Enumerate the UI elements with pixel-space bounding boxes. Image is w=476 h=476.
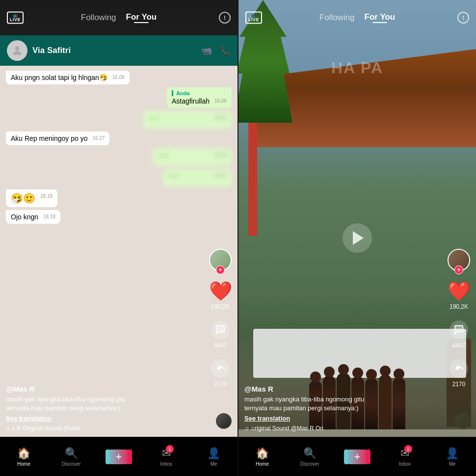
tab-discover-left[interactable]: 🔍 Discover <box>48 447 95 467</box>
chat-action-icons: 📹 📞 <box>201 45 231 56</box>
forward-arrow-icon-right <box>453 363 464 374</box>
share-icon-left <box>210 358 231 379</box>
inbox-badge-left: 1 <box>166 445 174 453</box>
video-info-left: @Mas R masih gak nyangka tiba-tiba ngomo… <box>6 385 208 432</box>
inbox-label-right: Inbox <box>399 461 411 467</box>
create-icon-left[interactable]: + <box>107 450 130 464</box>
right-phone-panel: HA PA 📺 LIVE Following For You ! <box>238 0 476 476</box>
comment-count-right: 4407 <box>452 342 466 349</box>
top-bar-right: 📺 LIVE Following For You ! <box>238 0 476 35</box>
msg-bubble-2: Anda Astagfirullah 16.06 <box>167 87 232 108</box>
msg-label-2: Anda <box>172 90 227 96</box>
msg-text-4: Aku Rep meningoy po yo <box>11 134 87 142</box>
info-icon-right[interactable]: ! <box>457 12 469 24</box>
share-count-right: 2170 <box>452 381 466 388</box>
action-buttons-right: + ❤️ 190,2K 4407 <box>448 249 470 388</box>
msg-time-1: 16.06 <box>112 75 125 80</box>
chat-body: Aku pngn solat tapi lg hlngan🤧 16.06 And… <box>0 66 238 437</box>
msg-time-8: 18.18 <box>43 214 55 219</box>
forward-arrow-icon <box>215 363 226 374</box>
for-you-tab-left[interactable]: For You <box>122 10 161 25</box>
msg-time-2: 16.06 <box>214 98 227 104</box>
comment-button-right[interactable]: 4407 <box>448 319 470 349</box>
for-you-tab-right[interactable]: For You <box>361 10 399 25</box>
speech-bubble-icon-right <box>453 324 464 335</box>
live-text-right: LIVE <box>248 18 259 22</box>
live-badge-left: 📺 LIVE <box>7 12 24 24</box>
live-badge-right: 📺 LIVE <box>245 12 262 24</box>
msg-bubble-8: Ojo kngn 18.18 <box>6 210 60 224</box>
play-button-overlay[interactable] <box>343 223 372 253</box>
tab-home-right[interactable]: 🏠 Home <box>238 447 286 467</box>
video-username-left: @Mas R <box>6 385 208 393</box>
phone-call-icon[interactable]: 📞 <box>220 45 231 56</box>
tab-create-left[interactable]: + <box>95 450 143 464</box>
svg-point-3 <box>222 329 223 330</box>
following-tab-left[interactable]: Following <box>77 11 120 25</box>
comment-button-left[interactable]: 4407 <box>210 319 231 349</box>
home-icon-left: 🏠 <box>17 447 30 460</box>
tab-bar-right: 🏠 Home 🔍 Discover + ✉ 1 Inbox 👤 Me <box>238 437 476 476</box>
inbox-label-left: Inbox <box>160 461 172 467</box>
tab-profile-left[interactable]: 👤 Me <box>190 447 238 467</box>
me-label-left: Me <box>211 461 217 467</box>
msg-bubble-5: 16.36 ✓✓ <box>153 148 232 166</box>
tab-inbox-left[interactable]: ✉ 1 Inbox <box>142 447 190 467</box>
svg-point-4 <box>456 329 457 330</box>
creator-avatar-wrap-left[interactable]: + <box>209 249 232 271</box>
discover-label-right: Discover <box>300 461 319 467</box>
tab-create-right[interactable]: + <box>334 450 381 464</box>
video-call-icon[interactable]: 📹 <box>201 45 212 56</box>
follow-plus-right[interactable]: + <box>454 265 463 274</box>
tab-inbox-right[interactable]: ✉ 1 Inbox <box>381 447 428 467</box>
info-icon-left[interactable]: ! <box>219 12 231 24</box>
search-icon-right: 🔍 <box>303 447 317 460</box>
comment-count-left: 4407 <box>214 342 227 349</box>
sound-text-left: ♫ s R Original Sound @Mas <box>6 425 80 432</box>
live-text-left: LIVE <box>10 18 21 22</box>
svg-point-6 <box>460 329 461 330</box>
comment-icon-right <box>448 319 470 341</box>
tab-profile-right[interactable]: 👤 Me <box>428 447 476 467</box>
person-icon <box>11 44 24 57</box>
svg-point-0 <box>15 46 20 51</box>
share-button-right[interactable]: 2170 <box>448 358 470 388</box>
svg-point-1 <box>218 329 219 330</box>
sound-album-left <box>216 413 232 429</box>
creator-avatar-wrap-right[interactable]: + <box>448 249 470 271</box>
msg-bubble-6: 16.37 ✓✓ <box>163 169 232 186</box>
follow-plus-left[interactable]: + <box>216 265 225 274</box>
sound-text-right: ♫ ♫riginal Sound @Mas R Ori <box>244 425 323 432</box>
following-tab-right[interactable]: Following <box>316 11 359 25</box>
inbox-icon-right: ✉ 1 <box>400 447 409 460</box>
share-count-left: 2170 <box>214 381 227 388</box>
heart-count-right: 190,2K <box>450 303 468 310</box>
inbox-badge-right: 1 <box>404 445 412 453</box>
see-translation-left[interactable]: See translation <box>6 415 208 422</box>
heart-icon-right: ❤️ <box>448 280 470 302</box>
create-icon-right[interactable]: + <box>346 450 369 464</box>
search-icon-left: 🔍 <box>65 447 78 460</box>
video-info-right: @Mas R masih gak nyangka tiba-tiba ngomo… <box>244 385 447 432</box>
msg-text-1: Aku pngn solat tapi lg hlngan🤧 <box>11 74 107 81</box>
heart-button-right[interactable]: ❤️ 190,2K <box>448 280 470 310</box>
heart-button-left[interactable]: ❤️ 190,2K <box>210 280 231 310</box>
discover-label-left: Discover <box>62 461 81 467</box>
msg-time-5: 16.36 <box>214 152 227 158</box>
sound-info-right: ♫ ♫riginal Sound @Mas R Ori <box>244 425 447 432</box>
tab-discover-right[interactable]: 🔍 Discover <box>286 447 334 467</box>
profile-icon-left: 👤 <box>207 447 220 460</box>
msg-text-8: Ojo kngn <box>11 213 38 221</box>
chat-header: Via Safitri 📹 📞 <box>0 35 238 66</box>
tab-bar-left: 🏠 Home 🔍 Discover + ✉ 1 Inbox 👤 Me <box>0 437 238 476</box>
me-label-right: Me <box>449 461 456 467</box>
heart-count-left: 190,2K <box>211 303 230 310</box>
msg-bubble-1: Aku pngn solat tapi lg hlngan🤧 16.06 <box>6 71 130 84</box>
share-button-left[interactable]: 2170 <box>210 358 231 388</box>
tab-home-left[interactable]: 🏠 Home <box>0 447 48 467</box>
profile-icon-right: 👤 <box>446 447 459 460</box>
heart-icon-left: ❤️ <box>210 280 231 302</box>
video-caption-left: masih gak nyangka tiba-tiba ngomong gitu… <box>6 395 208 413</box>
see-translation-right[interactable]: See translation <box>244 415 447 422</box>
video-username-right: @Mas R <box>244 385 447 393</box>
